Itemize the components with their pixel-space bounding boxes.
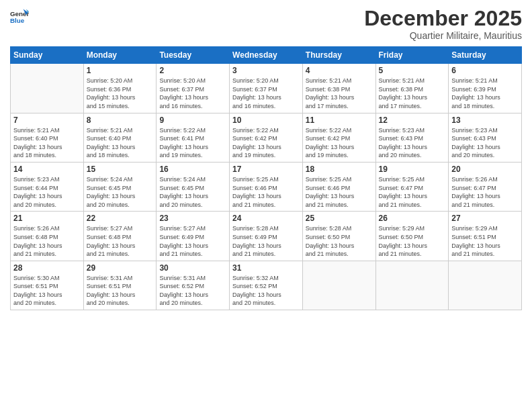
day-number: 5 [379, 66, 446, 75]
day-number: 12 [379, 116, 446, 125]
day-number: 21 [13, 214, 81, 223]
day-number: 11 [306, 116, 373, 125]
table-row: 20Sunrise: 5:26 AMSunset: 6:47 PMDayligh… [449, 162, 522, 211]
day-info: Sunrise: 5:21 AMSunset: 6:40 PMDaylight:… [87, 126, 154, 160]
day-number: 27 [451, 214, 519, 223]
calendar-header-row: Sunday Monday Tuesday Wednesday Thursday… [11, 47, 522, 64]
table-row [302, 261, 375, 310]
calendar-week-5: 28Sunrise: 5:30 AMSunset: 6:51 PMDayligh… [11, 261, 522, 310]
day-number: 1 [87, 66, 154, 75]
col-sunday: Sunday [11, 47, 84, 64]
col-friday: Friday [375, 47, 449, 64]
calendar-week-2: 7Sunrise: 5:21 AMSunset: 6:40 PMDaylight… [11, 113, 522, 162]
day-info: Sunrise: 5:20 AMSunset: 6:37 PMDaylight:… [159, 77, 226, 110]
logo-icon: General Blue [10, 7, 29, 26]
table-row [449, 261, 522, 310]
table-row: 25Sunrise: 5:28 AMSunset: 6:50 PMDayligh… [302, 212, 375, 261]
table-row: 18Sunrise: 5:25 AMSunset: 6:46 PMDayligh… [302, 162, 375, 211]
day-number: 7 [13, 116, 81, 125]
day-info: Sunrise: 5:25 AMSunset: 6:46 PMDaylight:… [306, 175, 373, 209]
col-thursday: Thursday [302, 47, 375, 64]
table-row: 8Sunrise: 5:21 AMSunset: 6:40 PMDaylight… [83, 113, 157, 162]
page: General Blue December 2025 Quartier Mili… [0, 0, 532, 411]
table-row: 5Sunrise: 5:21 AMSunset: 6:38 PMDaylight… [375, 64, 449, 113]
col-monday: Monday [83, 47, 157, 64]
table-row: 30Sunrise: 5:31 AMSunset: 6:52 PMDayligh… [157, 261, 230, 310]
table-row: 9Sunrise: 5:22 AMSunset: 6:41 PMDaylight… [157, 113, 230, 162]
location-subtitle: Quartier Militaire, Mauritius [364, 30, 522, 41]
table-row: 10Sunrise: 5:22 AMSunset: 6:42 PMDayligh… [230, 113, 303, 162]
table-row: 23Sunrise: 5:27 AMSunset: 6:49 PMDayligh… [157, 212, 230, 261]
calendar-week-1: 1Sunrise: 5:20 AMSunset: 6:36 PMDaylight… [11, 64, 522, 113]
table-row: 16Sunrise: 5:24 AMSunset: 6:45 PMDayligh… [157, 162, 230, 211]
svg-text:Blue: Blue [10, 17, 25, 24]
day-number: 29 [87, 263, 154, 273]
title-block: December 2025 Quartier Militaire, Maurit… [364, 7, 522, 41]
calendar-week-4: 21Sunrise: 5:26 AMSunset: 6:48 PMDayligh… [11, 212, 522, 261]
table-row: 11Sunrise: 5:22 AMSunset: 6:42 PMDayligh… [302, 113, 375, 162]
table-row: 28Sunrise: 5:30 AMSunset: 6:51 PMDayligh… [11, 261, 84, 310]
day-number: 26 [379, 214, 446, 223]
header: General Blue December 2025 Quartier Mili… [10, 7, 522, 41]
table-row: 14Sunrise: 5:23 AMSunset: 6:44 PMDayligh… [11, 162, 84, 211]
table-row: 7Sunrise: 5:21 AMSunset: 6:40 PMDaylight… [11, 113, 84, 162]
table-row: 26Sunrise: 5:29 AMSunset: 6:50 PMDayligh… [375, 212, 449, 261]
table-row: 3Sunrise: 5:20 AMSunset: 6:37 PMDaylight… [230, 64, 303, 113]
table-row: 24Sunrise: 5:28 AMSunset: 6:49 PMDayligh… [230, 212, 303, 261]
day-info: Sunrise: 5:31 AMSunset: 6:51 PMDaylight:… [87, 274, 154, 308]
day-number: 3 [232, 66, 300, 75]
day-info: Sunrise: 5:24 AMSunset: 6:45 PMDaylight:… [87, 175, 154, 209]
day-info: Sunrise: 5:22 AMSunset: 6:41 PMDaylight:… [159, 126, 226, 160]
table-row [11, 64, 84, 113]
day-info: Sunrise: 5:23 AMSunset: 6:43 PMDaylight:… [451, 126, 519, 160]
day-info: Sunrise: 5:23 AMSunset: 6:44 PMDaylight:… [13, 175, 81, 209]
table-row: 21Sunrise: 5:26 AMSunset: 6:48 PMDayligh… [11, 212, 84, 261]
day-number: 28 [13, 263, 81, 273]
day-number: 13 [451, 116, 519, 125]
day-number: 23 [159, 214, 226, 223]
day-info: Sunrise: 5:21 AMSunset: 6:39 PMDaylight:… [451, 77, 519, 110]
day-number: 20 [451, 165, 519, 174]
day-info: Sunrise: 5:25 AMSunset: 6:47 PMDaylight:… [379, 175, 446, 209]
day-info: Sunrise: 5:26 AMSunset: 6:48 PMDaylight:… [13, 224, 81, 258]
day-info: Sunrise: 5:25 AMSunset: 6:46 PMDaylight:… [232, 175, 300, 209]
day-number: 31 [232, 263, 300, 273]
calendar-week-3: 14Sunrise: 5:23 AMSunset: 6:44 PMDayligh… [11, 162, 522, 211]
day-number: 14 [13, 165, 81, 174]
day-info: Sunrise: 5:31 AMSunset: 6:52 PMDaylight:… [159, 274, 226, 308]
day-info: Sunrise: 5:27 AMSunset: 6:48 PMDaylight:… [87, 224, 154, 258]
day-info: Sunrise: 5:27 AMSunset: 6:49 PMDaylight:… [159, 224, 226, 258]
table-row: 31Sunrise: 5:32 AMSunset: 6:52 PMDayligh… [230, 261, 303, 310]
day-number: 10 [232, 116, 300, 125]
table-row: 13Sunrise: 5:23 AMSunset: 6:43 PMDayligh… [449, 113, 522, 162]
logo: General Blue [10, 7, 29, 26]
day-number: 15 [87, 165, 154, 174]
day-number: 8 [87, 116, 154, 125]
col-saturday: Saturday [449, 47, 522, 64]
table-row: 19Sunrise: 5:25 AMSunset: 6:47 PMDayligh… [375, 162, 449, 211]
day-number: 16 [159, 165, 226, 174]
day-number: 18 [306, 165, 373, 174]
day-info: Sunrise: 5:26 AMSunset: 6:47 PMDaylight:… [451, 175, 519, 209]
day-info: Sunrise: 5:21 AMSunset: 6:40 PMDaylight:… [13, 126, 81, 160]
day-number: 2 [159, 66, 226, 75]
day-info: Sunrise: 5:20 AMSunset: 6:37 PMDaylight:… [232, 77, 300, 110]
table-row: 15Sunrise: 5:24 AMSunset: 6:45 PMDayligh… [83, 162, 157, 211]
col-wednesday: Wednesday [230, 47, 303, 64]
day-number: 22 [87, 214, 154, 223]
day-info: Sunrise: 5:22 AMSunset: 6:42 PMDaylight:… [232, 126, 300, 160]
day-info: Sunrise: 5:24 AMSunset: 6:45 PMDaylight:… [159, 175, 226, 209]
col-tuesday: Tuesday [157, 47, 230, 64]
table-row: 27Sunrise: 5:29 AMSunset: 6:51 PMDayligh… [449, 212, 522, 261]
day-info: Sunrise: 5:22 AMSunset: 6:42 PMDaylight:… [306, 126, 373, 160]
day-info: Sunrise: 5:28 AMSunset: 6:50 PMDaylight:… [306, 224, 373, 258]
day-number: 17 [232, 165, 300, 174]
day-info: Sunrise: 5:21 AMSunset: 6:38 PMDaylight:… [306, 77, 373, 110]
day-number: 4 [306, 66, 373, 75]
month-title: December 2025 [364, 7, 522, 30]
table-row: 22Sunrise: 5:27 AMSunset: 6:48 PMDayligh… [83, 212, 157, 261]
day-info: Sunrise: 5:20 AMSunset: 6:36 PMDaylight:… [87, 77, 154, 110]
day-info: Sunrise: 5:29 AMSunset: 6:50 PMDaylight:… [379, 224, 446, 258]
day-number: 25 [306, 214, 373, 223]
table-row: 12Sunrise: 5:23 AMSunset: 6:43 PMDayligh… [375, 113, 449, 162]
